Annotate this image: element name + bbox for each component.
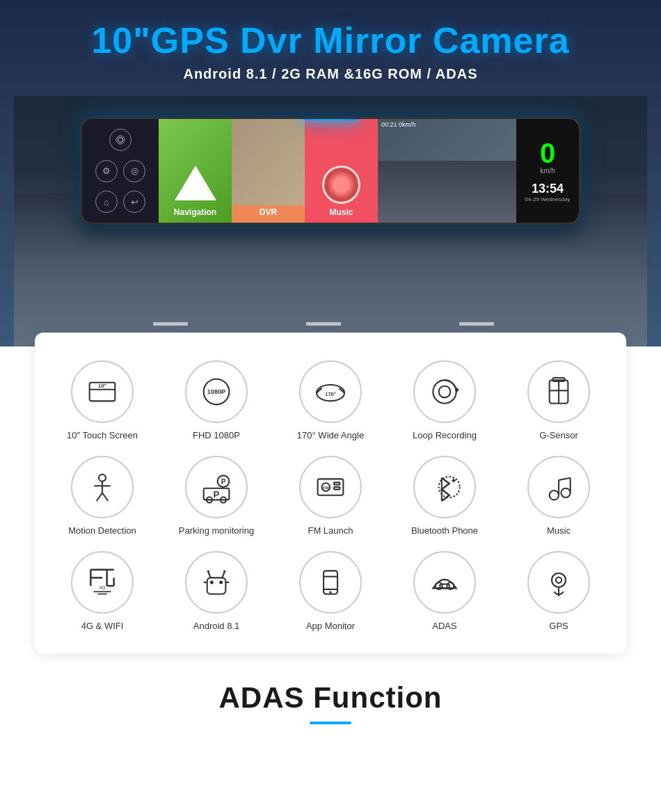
feature-label-g-sensor: G-Sensor [539,430,578,442]
feature-icon-fhd-1080p: 1080P [185,360,248,423]
mirror-dvr-tile: DVR [232,119,305,223]
eye-icon: ◎ [123,160,145,182]
mirror-nav-tile: Navigation [159,119,232,223]
svg-text:10″: 10″ [98,383,106,389]
feature-icon-4g-wifi: 4G [71,551,134,614]
music-disc [322,166,360,204]
feature-item-music: Music [505,456,612,537]
nav-triangle [175,166,216,200]
feature-icon-wide-angle: 170° [299,360,362,423]
svg-point-1 [116,136,125,144]
feature-label-fhd-1080p: FHD 1080P [193,430,240,442]
svg-text:FM: FM [323,486,329,490]
feature-label-adas: ADAS [432,621,456,632]
dvr-label: DVR [260,207,277,217]
svg-point-37 [550,491,559,500]
feature-icon-loop-recording [413,360,476,423]
svg-point-12 [439,386,451,398]
features-section: 10″ 10″ Touch Screen 1080P FHD 1080P 170… [35,333,626,653]
svg-point-61 [329,591,331,593]
svg-line-40 [559,478,571,480]
svg-text:170°: 170° [325,391,336,397]
feature-item-wide-angle: 170° 170° Wide Angle [277,360,384,442]
feature-item-loop-recording: Loop Recording [391,360,498,442]
svg-point-52 [210,580,214,584]
svg-text:4G: 4G [99,585,106,590]
feature-item-fhd-1080p: 1080P FHD 1080P [163,360,270,442]
feature-icon-motion-detection [71,456,134,518]
feature-label-motion-detection: Motion Detection [68,525,136,537]
feature-label-4g-wifi: 4G & WIFI [81,621,124,632]
svg-rect-51 [207,578,226,594]
music-label: Music [329,207,353,217]
mirror-left-panel: ⚙ ◎ ⌂ ↩ [82,119,159,223]
feature-item-bluetooth-phone: ✦ Bluetooth Phone [391,456,498,537]
feature-icon-bluetooth-phone: ✦ [413,456,476,518]
svg-text:1080P: 1080P [207,389,225,396]
feature-item-g-sensor: G-Sensor [505,360,612,442]
feature-label-android: Android 8.1 [193,621,240,632]
svg-rect-58 [324,571,337,594]
svg-point-53 [219,580,223,584]
bot-icon-row: ⌂ ↩ [95,191,145,213]
mirror-speed-panel: 0 km/h 13:54 04-29 Wednesday [516,119,579,223]
adas-section: ADAS Function [0,653,661,752]
feature-label-gps: GPS [549,621,568,632]
top-icon-row [109,129,132,151]
svg-line-22 [102,493,108,501]
hud-speed: 0km/h [399,121,416,128]
header-section: 10"GPS Dvr Mirror Camera Android 8.1 / 2… [0,0,661,347]
feature-item-motion-detection: Motion Detection [49,456,156,537]
mid-icon-row: ⚙ ◎ [95,160,145,182]
mirror-hud: 00:21 0km/h [381,120,416,129]
svg-point-56 [207,570,209,572]
svg-rect-64 [440,584,449,588]
feature-label-touch-screen: 10″ Touch Screen [67,430,138,442]
feature-item-fm-launch: FM FM Launch [277,456,384,537]
feature-icon-android [185,551,248,614]
feature-icon-parking-monitoring: P P [185,456,248,518]
features-grid: 10″ 10″ Touch Screen 1080P FHD 1080P 170… [49,360,612,632]
feature-label-bluetooth-phone: Bluetooth Phone [411,525,478,537]
feature-item-android: Android 8.1 [163,551,270,632]
home-icon: ⌂ [95,191,118,213]
svg-point-18 [99,475,106,481]
svg-point-65 [552,573,566,587]
feature-item-4g-wifi: 4G 4G & WIFI [49,551,156,632]
feature-item-parking-monitoring: P P Parking monitoring [163,456,270,537]
feature-item-gps: GPS [505,551,612,632]
mirror-led [303,117,358,120]
svg-text:P: P [214,489,220,500]
hud-time: 00:21 [381,121,397,128]
svg-point-38 [561,488,570,497]
feature-item-touch-screen: 10″ 10″ Touch Screen [49,360,156,442]
feature-icon-fm-launch: FM [299,456,362,518]
feature-label-fm-launch: FM Launch [308,525,353,537]
svg-marker-13 [456,388,459,393]
speed-number: 0 [540,139,555,167]
subtitle: Android 8.1 / 2G RAM &16G ROM / ADAS [14,66,647,82]
feature-item-app-monitor: App Monitor [277,551,384,632]
mirror-device: ⚙ ◎ ⌂ ↩ Navigation DVR [80,117,581,225]
feature-label-app-monitor: App Monitor [306,621,355,632]
feature-item-adas: ADAS [391,551,498,632]
speed-date: 04-29 Wednesday [525,196,571,202]
camera-icon [109,129,132,151]
feature-icon-g-sensor [527,360,590,423]
feature-label-music: Music [547,525,571,537]
settings-icon: ⚙ [95,160,118,182]
svg-text:P: P [221,478,226,486]
feature-label-parking-monitoring: Parking monitoring [179,525,254,537]
svg-point-66 [556,577,562,582]
feature-label-wide-angle: 170° Wide Angle [297,430,364,442]
feature-icon-app-monitor [299,551,362,614]
svg-point-0 [118,138,123,143]
main-title: 10"GPS Dvr Mirror Camera [14,21,647,61]
back-icon: ↩ [123,191,145,213]
mirror-music-tile: Music [305,119,378,223]
feature-icon-touch-screen: 10″ [71,360,134,423]
speed-time: 13:54 [532,182,564,196]
svg-rect-32 [334,487,340,489]
svg-text:✦: ✦ [450,476,457,485]
svg-rect-31 [334,482,340,484]
